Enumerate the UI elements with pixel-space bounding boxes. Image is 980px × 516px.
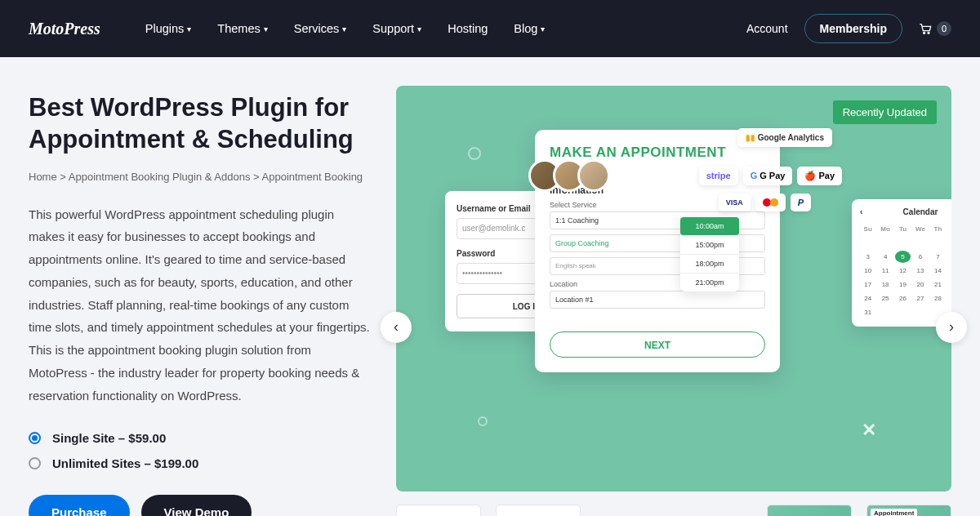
chevron-down-icon: ▾ [541, 24, 545, 33]
price-label: Single Site – $59.00 [52, 431, 166, 445]
logo[interactable]: MotoPress [29, 20, 100, 38]
view-demo-button[interactable]: View Demo [141, 495, 252, 516]
thumbnail[interactable] [767, 505, 852, 516]
timeslot: 15:00pm [680, 236, 739, 255]
membership-button[interactable]: Membership [804, 14, 902, 43]
nav-support[interactable]: Support▾ [372, 22, 421, 35]
breadcrumb-current: Appointment Booking [262, 171, 363, 183]
payment-badges: stripe G G Pay 🍎Pay [699, 167, 842, 185]
radio-checked-icon [29, 432, 41, 444]
chevron-down-icon: ▾ [264, 24, 268, 33]
price-option-single[interactable]: Single Site – $59.00 [29, 431, 372, 445]
thumbnail[interactable] [496, 505, 581, 516]
updated-badge: Recently Updated [833, 100, 937, 124]
nav-themes[interactable]: Themes▾ [217, 22, 267, 35]
mock-appt-title: MAKE AN APPOINTMENT [550, 145, 765, 161]
chevron-down-icon: ▾ [417, 24, 421, 33]
purchase-button[interactable]: Purchase [29, 495, 130, 516]
cart-count-badge: 0 [937, 21, 951, 36]
breadcrumb-category[interactable]: Appointment Booking Plugin & Addons [69, 171, 251, 183]
paypal-badge: P [791, 194, 811, 211]
cart-icon [919, 23, 932, 34]
timeslot: 18:00pm [680, 255, 739, 274]
mock-next-button: NEXT [550, 331, 765, 358]
mock-avatars [528, 159, 610, 192]
nav-hosting[interactable]: Hosting [448, 22, 488, 35]
google-analytics-badge: ▮▮ Google Analytics [737, 128, 832, 147]
mock-calendar: ‹Calendar› SuMoTuWeThFrSa123456789101112… [852, 199, 951, 327]
nav-services[interactable]: Services▾ [294, 22, 347, 35]
breadcrumb-home[interactable]: Home [29, 171, 57, 183]
chevron-down-icon: ▾ [342, 24, 346, 33]
apple-pay-badge: 🍎Pay [797, 167, 842, 185]
price-option-unlimited[interactable]: Unlimited Sites – $199.00 [29, 456, 372, 470]
svg-point-0 [924, 32, 925, 33]
breadcrumb: Home > Appointment Booking Plugin & Addo… [29, 171, 372, 183]
thumbnail[interactable]: Appointment [866, 505, 951, 516]
visa-badge: VISA [719, 194, 751, 211]
page-title: Best WordPress Plugin for Appointment & … [29, 92, 372, 156]
product-description: This powerful WordPress appointment sche… [29, 203, 372, 407]
product-carousel: Recently Updated ✕ + Username or Email u… [396, 86, 951, 492]
svg-point-1 [928, 32, 929, 33]
stripe-badge: stripe [699, 167, 738, 185]
mock-appointment-card: MAKE AN APPOINTMENT Let's Start Informat… [535, 130, 780, 372]
price-label: Unlimited Sites – $199.00 [52, 456, 198, 470]
carousel-prev-button[interactable]: ‹ [381, 312, 412, 343]
mock-timeslots: 10:00am 15:00pm 18:00pm 21:00pm [680, 217, 739, 291]
chevron-down-icon: ▾ [187, 24, 191, 33]
carousel-thumbnails: Appointment [396, 505, 951, 516]
thumbnail[interactable] [396, 505, 481, 516]
card-badges: VISA P [719, 194, 811, 211]
gpay-badge: G G Pay [743, 167, 793, 185]
avatar [577, 159, 610, 192]
radio-unchecked-icon [29, 457, 41, 469]
thumb-label: Appointment [871, 509, 917, 516]
timeslot: 21:00pm [680, 274, 739, 291]
nav-blog[interactable]: Blog▾ [514, 22, 545, 35]
account-link[interactable]: Account [746, 22, 788, 35]
mock-select: Location #1 [550, 291, 765, 309]
timeslot: 10:00am [680, 217, 739, 236]
mastercard-badge [755, 194, 786, 211]
cart-button[interactable]: 0 [919, 21, 951, 36]
calendar-title: Calendar [903, 207, 938, 216]
carousel-next-button[interactable]: › [936, 312, 967, 343]
nav-plugins[interactable]: Plugins▾ [145, 22, 192, 35]
